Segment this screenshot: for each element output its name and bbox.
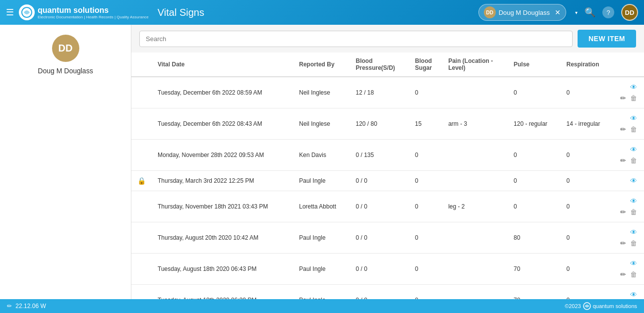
hamburger-icon[interactable]: ☰ [6, 7, 14, 18]
col-header-pain: Pain (Location -Level) [442, 52, 508, 77]
col-header-blood-sugar: BloodSugar [409, 52, 442, 77]
lock-cell [131, 285, 152, 300]
cell-blood_sugar: 0 [409, 171, 442, 191]
cell-vital_date: Tuesday, December 6th 2022 08:43 AM [152, 108, 293, 140]
lock-cell [131, 191, 152, 222]
cell-vital_date: Monday, November 28th 2022 09:53 AM [152, 140, 293, 171]
lock-cell: 🔒 [131, 171, 152, 191]
cell-pulse: 70 [508, 285, 560, 300]
edit-button[interactable]: ✏ [619, 207, 627, 217]
edit-button[interactable]: ✏ [619, 93, 627, 103]
vital-signs-table: Vital Date Reported By BloodPressure(S/D… [131, 52, 644, 299]
table-row: Tuesday, August 18th 2020 06:39 PMPaul I… [131, 285, 644, 300]
cell-pain [442, 285, 508, 300]
actions-cell: 👁 ✏ 🗑 [613, 285, 644, 300]
lock-cell [131, 254, 152, 285]
user-avatar[interactable]: DD [621, 4, 638, 21]
cell-pulse: 0 [508, 191, 560, 222]
cell-respiration: 0 [561, 140, 614, 171]
view-button[interactable]: 👁 [629, 176, 638, 186]
sidebar: DD Doug M Douglass [0, 25, 131, 299]
delete-button[interactable]: 🗑 [629, 124, 638, 134]
edit-button[interactable]: ✏ [619, 156, 627, 165]
view-button[interactable]: 👁 [629, 227, 638, 237]
cell-pain [442, 222, 508, 254]
cell-pain [442, 77, 508, 108]
cell-pain: arm - 3 [442, 108, 508, 140]
cell-blood_pressure: 120 / 80 [350, 108, 409, 140]
delete-button[interactable]: 🗑 [629, 238, 638, 248]
lock-cell [131, 77, 152, 108]
cell-respiration: 0 [561, 285, 614, 300]
cell-reported_by: Neil Inglese [293, 108, 350, 140]
sidebar-avatar: DD [52, 35, 79, 62]
actions-cell: 👁 ✏ 🗑 [613, 254, 644, 285]
table-row: Tuesday, December 6th 2022 08:59 AMNeil … [131, 77, 644, 108]
cell-pulse: 0 [508, 140, 560, 171]
view-button[interactable]: 👁 [629, 113, 638, 123]
edit-button[interactable]: ✏ [619, 269, 627, 279]
user-chip-name: Doug M Douglass [499, 9, 550, 16]
cell-blood_pressure: 0 / 0 [350, 191, 409, 222]
top-nav: ☰ quantum solutions Electronic Documenta… [0, 0, 644, 25]
cell-reported_by: Paul Ingle [293, 171, 350, 191]
delete-button[interactable]: 🗑 [629, 156, 638, 165]
delete-button[interactable]: 🗑 [629, 207, 638, 217]
actions-cell: 👁 ✏ 🗑 [613, 222, 644, 254]
logo-text: quantum solutions Electronic Documentati… [38, 6, 149, 19]
cell-blood_pressure: 0 / 0 [350, 222, 409, 254]
view-button[interactable]: 👁 [629, 145, 638, 155]
cell-vital_date: Tuesday, August 18th 2020 06:39 PM [152, 285, 293, 300]
delete-button[interactable]: 🗑 [629, 269, 638, 279]
main-content: DD Doug M Douglass NEW ITEM Vital Date R… [0, 25, 644, 299]
table-row: Monday, November 28th 2022 09:53 AMKen D… [131, 140, 644, 171]
cell-blood_pressure: 0 / 0 [350, 254, 409, 285]
cell-blood_sugar: 0 [409, 222, 442, 254]
table-row: Thursday, August 20th 2020 10:42 AMPaul … [131, 222, 644, 254]
cell-vital_date: Thursday, March 3rd 2022 12:25 PM [152, 171, 293, 191]
col-header-vital-date: Vital Date [152, 52, 293, 77]
actions-cell: 👁 [613, 171, 644, 191]
col-header-respiration: Respiration [561, 52, 614, 77]
col-header-reported-by: Reported By [293, 52, 350, 77]
right-panel: NEW ITEM Vital Date Reported By BloodPre… [131, 25, 644, 299]
new-item-button[interactable]: NEW ITEM [578, 30, 636, 48]
search-input[interactable] [139, 31, 573, 47]
delete-button[interactable]: 🗑 [629, 93, 638, 103]
actions-cell: 👁 ✏ 🗑 [613, 191, 644, 222]
view-button[interactable]: 👁 [629, 196, 638, 206]
lock-cell [131, 108, 152, 140]
footer-version: ✏ 22.12.06 W [7, 303, 46, 310]
edit-icon: ✏ [7, 303, 12, 310]
cell-blood_sugar: 0 [409, 77, 442, 108]
cell-blood_pressure: 0 / 0 [350, 285, 409, 300]
cell-blood_sugar: 0 [409, 140, 442, 171]
user-chip[interactable]: DD Doug M Douglass ✕ [478, 4, 566, 21]
search-icon[interactable]: 🔍 [585, 7, 595, 18]
cell-blood_sugar: 0 [409, 285, 442, 300]
cell-pain: leg - 2 [442, 191, 508, 222]
page-title: Vital Signs [158, 7, 204, 18]
cell-blood_sugar: 0 [409, 254, 442, 285]
view-button[interactable]: 👁 [629, 259, 638, 268]
toolbar: NEW ITEM [131, 25, 644, 52]
cell-respiration: 0 [561, 191, 614, 222]
view-button[interactable]: 👁 [629, 290, 638, 299]
col-header-lock [131, 52, 152, 77]
edit-button[interactable]: ✏ [619, 238, 627, 248]
cell-reported_by: Paul Ingle [293, 285, 350, 300]
view-button[interactable]: 👁 [629, 82, 638, 92]
footer: ✏ 22.12.06 W ©2023 quantum solutions [0, 299, 644, 313]
table-row: Tuesday, August 18th 2020 06:43 PMPaul I… [131, 254, 644, 285]
cell-vital_date: Tuesday, December 6th 2022 08:59 AM [152, 77, 293, 108]
help-icon[interactable]: ? [602, 6, 614, 18]
user-chip-close[interactable]: ✕ [555, 8, 561, 16]
cell-respiration: 0 [561, 254, 614, 285]
dropdown-arrow-icon[interactable]: ▾ [575, 10, 578, 15]
cell-blood_pressure: 0 / 135 [350, 140, 409, 171]
cell-reported_by: Loretta Abbott [293, 191, 350, 222]
lock-cell [131, 222, 152, 254]
table-row: 🔒Thursday, March 3rd 2022 12:25 PMPaul I… [131, 171, 644, 191]
cell-reported_by: Ken Davis [293, 140, 350, 171]
edit-button[interactable]: ✏ [619, 124, 627, 134]
